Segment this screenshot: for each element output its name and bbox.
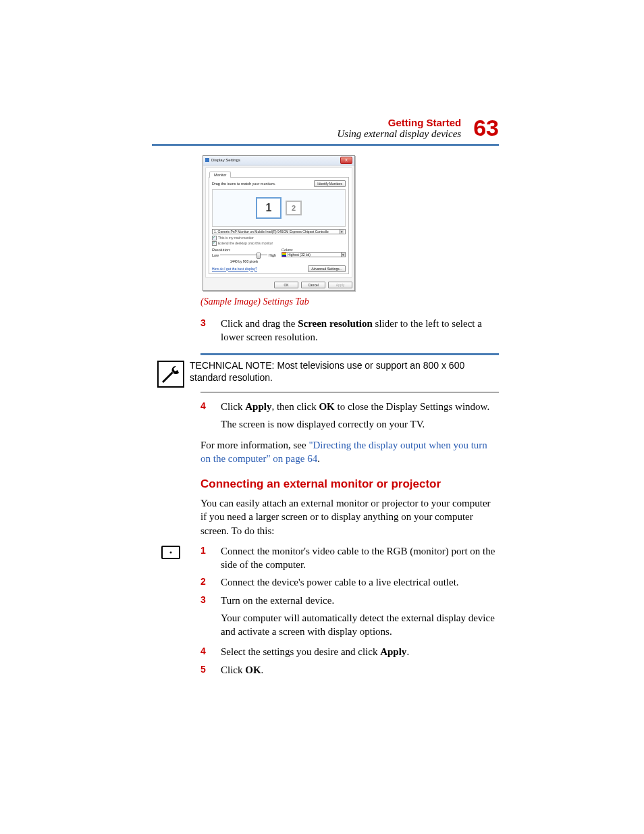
colors-group: Colors: Highest (32 bit) ▾ — [281, 248, 346, 263]
dialog-body: Monitor Drag the icons to match your mon… — [205, 167, 352, 278]
step-5: 5 Click OK. — [200, 663, 499, 677]
step-text: Connect the device's power cable to a li… — [221, 575, 499, 589]
ok-button[interactable]: OK — [274, 282, 298, 288]
monitor-2[interactable]: 2 — [286, 201, 302, 215]
monitor-1[interactable]: 1 — [256, 197, 281, 219]
page-header: Getting Started Using external display d… — [152, 115, 499, 141]
drag-instruction: Drag the icons to match your monitors. — [212, 182, 275, 186]
page-number: 63 — [473, 115, 499, 141]
step-number: 1 — [200, 544, 221, 572]
tab-pane: Drag the icons to match your monitors. I… — [209, 177, 349, 274]
step-text: Click Apply, then click OK to close the … — [221, 400, 499, 413]
monitor-select[interactable]: 1. Generic PnP Monitor on Mobile Intel(R… — [212, 229, 346, 234]
cancel-button[interactable]: Cancel — [301, 282, 325, 288]
note-text: TECHNICAL NOTE: Most televisions use or … — [190, 359, 499, 388]
step-2: 2 Connect the device's power cable to a … — [200, 575, 499, 589]
chevron-down-icon: ▾ — [340, 230, 344, 234]
resolution-slider[interactable]: Low High — [212, 253, 276, 257]
monitor-select-value: 1. Generic PnP Monitor on Mobile Intel(R… — [214, 230, 329, 234]
step-3b: 3 Turn on the external device. — [200, 594, 499, 607]
dialog-titlebar: Display Settings X — [203, 156, 354, 165]
step-4b: 4 Select the settings you desire and cli… — [200, 645, 499, 658]
note-rule-bottom — [200, 392, 499, 394]
section-intro: You can easily attach an external monito… — [200, 496, 499, 538]
for-more-info: For more information, see "Directing the… — [200, 438, 499, 466]
tab-monitor[interactable]: Monitor — [209, 172, 231, 178]
step-3: 3 Click and drag the Screen resolution s… — [200, 317, 499, 344]
step-text: Click OK. — [221, 663, 499, 677]
help-link[interactable]: How do I get the best display? — [212, 267, 257, 271]
note-rule-top — [200, 353, 499, 355]
step-number: 5 — [200, 663, 221, 677]
advanced-settings-button[interactable]: Advanced Settings... — [308, 265, 346, 272]
step-text: Connect the monitor's video cable to the… — [221, 544, 499, 572]
resolution-group: Resolution: Low High 1440 by 900 pixels — [212, 248, 276, 263]
step-text: Select the settings you desire and click… — [221, 645, 499, 658]
section-subtitle: Using external display devices — [337, 128, 461, 140]
colors-value: Highest (32 bit) — [286, 253, 341, 257]
slider-high-label: High — [269, 253, 276, 257]
slider-low-label: Low — [212, 253, 219, 257]
step-3b-sub: Your computer will automatically detect … — [221, 611, 499, 639]
monitor-port-icon — [152, 544, 190, 681]
step-text: Click and drag the Screen resolution sli… — [221, 317, 499, 344]
resolution-value: 1440 by 900 pixels — [212, 259, 276, 263]
step-number: 4 — [200, 400, 221, 413]
resolution-label: Resolution: — [212, 248, 276, 252]
monitor-icon — [205, 158, 209, 162]
step-1: 1 Connect the monitor's video cable to t… — [200, 544, 499, 572]
dialog-footer: OK Cancel Apply — [203, 280, 354, 290]
step-text: Turn on the external device. — [221, 594, 499, 607]
page: Getting Started Using external display d… — [0, 0, 644, 789]
identify-monitors-button[interactable]: Identify Monitors — [314, 180, 346, 187]
technical-note: TECHNICAL NOTE: Most televisions use or … — [152, 353, 499, 393]
main-monitor-checkbox[interactable]: This is my main monitor — [212, 236, 346, 240]
figure-caption: (Sample Image) Settings Tab — [200, 296, 499, 307]
step-4: 4 Click Apply, then click OK to close th… — [200, 400, 499, 413]
step-number: 3 — [200, 594, 221, 607]
monitor-arrangement[interactable]: 1 2 — [212, 189, 346, 227]
header-text: Getting Started Using external display d… — [337, 117, 461, 140]
section-heading: Connecting an external monitor or projec… — [200, 477, 499, 491]
slider-thumb[interactable] — [257, 253, 261, 259]
header-rule — [152, 144, 499, 146]
display-settings-dialog: Display Settings X Monitor Drag the icon… — [203, 155, 355, 291]
close-icon[interactable]: X — [340, 157, 352, 164]
dialog-title: Display Settings — [211, 158, 240, 162]
step-number: 2 — [200, 575, 221, 589]
step-number: 3 — [200, 317, 221, 344]
colors-select[interactable]: Highest (32 bit) ▾ — [281, 252, 346, 257]
wrench-icon — [152, 359, 190, 388]
extend-desktop-checkbox[interactable]: Extend the desktop onto this monitor — [212, 241, 346, 246]
svg-point-2 — [170, 551, 172, 553]
step-number: 4 — [200, 645, 221, 658]
apply-button[interactable]: Apply — [328, 282, 352, 288]
step-4-result: The screen is now displayed correctly on… — [221, 417, 499, 431]
chapter-title: Getting Started — [337, 117, 461, 128]
chevron-down-icon: ▾ — [341, 253, 345, 257]
